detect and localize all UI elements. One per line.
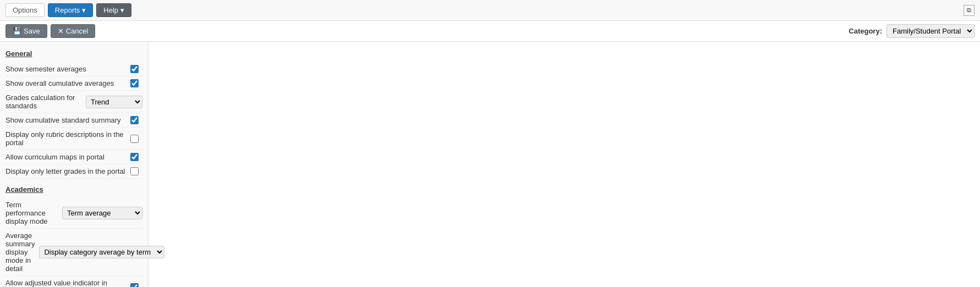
save-button[interactable]: 💾 Save [5, 24, 47, 38]
save-floppy-icon: 💾 [13, 27, 21, 35]
label-display-rubric: Display only rubric descriptions in the … [5, 130, 126, 147]
row-adjusted-value: Allow adjusted value indicator in portal… [5, 276, 142, 287]
control-term-performance: Term average Cumulative average Both [58, 207, 142, 219]
options-button[interactable]: Options [5, 3, 45, 17]
checkbox-display-rubric[interactable] [130, 135, 139, 143]
cancel-x-icon: ✕ [58, 27, 64, 35]
row-letter-grades: Display only letter grades in the portal [5, 164, 142, 179]
academics-heading: Academics [5, 185, 142, 194]
row-avg-summary-display: Average summary display mode in detail D… [5, 229, 142, 276]
row-show-cumulative-standard: Show cumulative standard summary [5, 113, 142, 128]
general-heading: General [5, 49, 142, 58]
action-bar: 💾 Save ✕ Cancel Category: Family/Student… [0, 21, 980, 42]
control-adjusted-value [126, 283, 142, 288]
row-grades-calculation: Grades calculation for standards Trend A… [5, 91, 142, 113]
select-grades-calculation[interactable]: Trend Average Most Recent [86, 96, 142, 108]
label-show-overall-cumulative: Show overall cumulative averages [5, 79, 126, 87]
label-curriculum-maps: Allow curriculum maps in portal [5, 153, 126, 161]
toolbar: Options Reports ▾ Help ▾ ⧉ [0, 0, 980, 21]
reports-button[interactable]: Reports ▾ [48, 3, 93, 17]
save-label: Save [24, 27, 40, 35]
category-label: Category: [849, 27, 882, 35]
row-display-rubric: Display only rubric descriptions in the … [5, 128, 142, 150]
checkbox-curriculum-maps[interactable] [130, 153, 139, 161]
control-display-rubric [126, 135, 142, 143]
checkbox-show-overall-cumulative[interactable] [130, 79, 139, 87]
control-letter-grades [126, 167, 142, 175]
label-term-performance: Term performance display mode [5, 201, 58, 225]
select-avg-summary-display[interactable]: Display category average by term Show ov… [39, 246, 164, 258]
label-adjusted-value: Allow adjusted value indicator in portal… [5, 279, 126, 287]
toolbar-right: ⧉ [964, 5, 975, 16]
row-curriculum-maps: Allow curriculum maps in portal [5, 150, 142, 164]
reports-chevron-icon: ▾ [82, 6, 86, 14]
action-left: 💾 Save ✕ Cancel [5, 24, 95, 38]
help-label: Help [103, 6, 118, 14]
left-panel: General Show semester averages Show over… [0, 42, 148, 287]
control-grades-calculation: Trend Average Most Recent [81, 96, 142, 108]
checkbox-show-cumulative-standard[interactable] [130, 116, 139, 124]
control-show-overall-cumulative [126, 79, 142, 87]
checkbox-show-semester-averages[interactable] [130, 65, 139, 73]
label-show-cumulative-standard: Show cumulative standard summary [5, 116, 126, 124]
checkbox-adjusted-value[interactable] [130, 283, 139, 288]
checkbox-letter-grades[interactable] [130, 167, 139, 175]
label-avg-summary-display: Average summary display mode in detail [5, 231, 35, 273]
control-show-cumulative-standard [126, 116, 142, 124]
cancel-label: Cancel [66, 27, 88, 35]
select-term-performance[interactable]: Term average Cumulative average Both [62, 207, 142, 219]
right-panel [148, 42, 980, 287]
label-show-semester-averages: Show semester averages [5, 65, 126, 73]
control-curriculum-maps [126, 153, 142, 161]
help-button[interactable]: Help ▾ [96, 3, 131, 17]
main-content: General Show semester averages Show over… [0, 42, 980, 287]
category-select[interactable]: Family/Student Portal Staff Portal Admin… [887, 24, 975, 38]
label-grades-calculation: Grades calculation for standards [5, 93, 81, 110]
help-chevron-icon: ▾ [120, 6, 124, 14]
cancel-button[interactable]: ✕ Cancel [51, 24, 95, 38]
row-show-overall-cumulative: Show overall cumulative averages [5, 76, 142, 91]
label-letter-grades: Display only letter grades in the portal [5, 167, 126, 175]
window-icon[interactable]: ⧉ [964, 5, 975, 16]
reports-label: Reports [55, 6, 80, 14]
row-term-performance: Term performance display mode Term avera… [5, 198, 142, 229]
control-avg-summary-display: Display category average by term Show ov… [35, 246, 142, 258]
row-show-semester-averages: Show semester averages [5, 62, 142, 76]
action-right: Category: Family/Student Portal Staff Po… [849, 24, 975, 38]
control-show-semester-averages [126, 65, 142, 73]
